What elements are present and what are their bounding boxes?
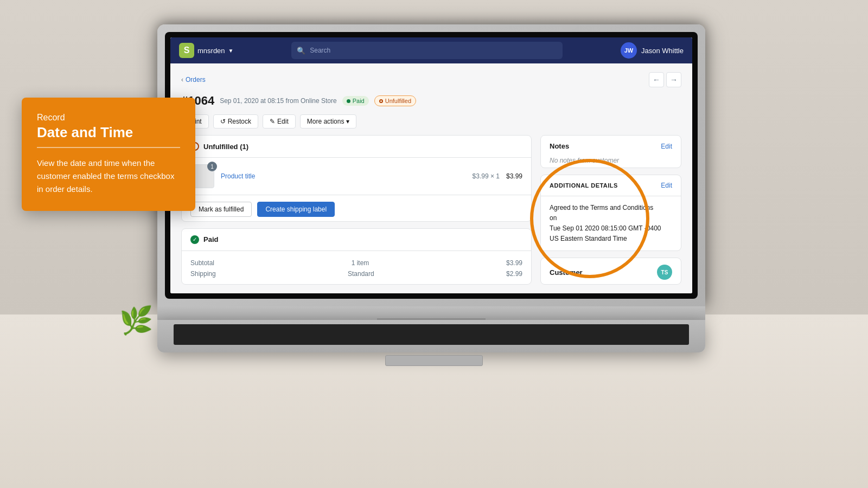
laptop-keyboard-base <box>157 320 705 352</box>
additional-details-header: ADDITIONAL DETAILS Edit <box>541 175 681 196</box>
additional-details-card: ADDITIONAL DETAILS Edit Agreed to the Te… <box>540 175 681 252</box>
trackpad <box>385 355 483 366</box>
user-avatar: JW <box>621 42 637 59</box>
product-qty-number: 1 <box>210 164 214 170</box>
callout-record-label: Record <box>37 113 180 123</box>
edit-label: Edit <box>277 118 289 125</box>
main-content: ‹ Orders ← → #1064 S <box>170 63 692 293</box>
subtotal-amount: $3.99 <box>506 259 522 267</box>
customer-avatar: TS <box>657 265 672 280</box>
order-meta: Sep 01, 2020 at 08:15 from Online Store <box>220 97 336 105</box>
additional-line2: on <box>550 213 672 223</box>
search-placeholder: Search <box>310 47 330 54</box>
next-order-arrow[interactable]: → <box>666 72 681 87</box>
fulfillment-status-text: Unfulfilled <box>385 98 411 104</box>
laptop-screen-frame: S mnsrden ▼ 🔍 Search JW Jason W <box>165 32 698 299</box>
callout-divider <box>37 147 180 148</box>
restock-button[interactable]: ↺ Restock <box>213 114 258 129</box>
callout-title: Date and Time <box>37 125 180 140</box>
customer-card-header: Customer TS <box>541 258 681 285</box>
additional-details-edit-link[interactable]: Edit <box>661 182 672 189</box>
shopify-ui: S mnsrden ▼ 🔍 Search JW Jason W <box>170 37 692 293</box>
payment-status-badge: Paid <box>342 96 369 106</box>
product-price: $3.99 × 1 <box>473 172 500 180</box>
order-navigation-arrows: ← → <box>649 72 681 87</box>
right-column: Notes Edit No notes from customer <box>540 135 681 285</box>
additional-details-body: Agreed to the Terms and Conditions on Tu… <box>541 196 681 251</box>
unfulfilled-circle <box>379 99 383 103</box>
payment-status-text: Paid <box>353 98 365 104</box>
notes-edit-link[interactable]: Edit <box>661 143 672 150</box>
paid-dot <box>347 99 350 103</box>
price-value: $3.99 <box>473 172 489 180</box>
mark-fulfilled-button[interactable]: Mark as fulfilled <box>190 202 252 217</box>
more-actions-label: More actions <box>307 118 344 125</box>
shipping-method: Standard <box>348 270 374 278</box>
order-title-row: #1064 Sep 01, 2020 at 08:15 from Online … <box>181 94 416 108</box>
fulfillment-title-text: Unfulfilled (1) <box>203 143 248 151</box>
notes-title: Notes <box>550 142 569 150</box>
notes-card-header: Notes Edit <box>541 136 681 157</box>
product-qty-badge: 1 <box>207 162 217 171</box>
restock-icon: ↺ <box>220 118 226 125</box>
store-name: mnsrden <box>197 47 225 55</box>
payment-card: ✓ Paid Subtotal 1 item $3.99 <box>181 228 532 285</box>
price-qty: 1 <box>496 172 500 180</box>
notes-content: No notes from customer <box>541 157 681 168</box>
fulfillment-card-title: Unfulfilled (1) <box>190 142 248 151</box>
product-row: 1 Product title $3.99 × 1 <box>190 164 522 188</box>
fulfillment-card-actions: Mark as fulfilled Create shipping label <box>182 195 531 222</box>
shipping-row: Shipping Standard $2.99 <box>190 268 522 279</box>
user-menu[interactable]: JW Jason Whittle <box>621 42 684 59</box>
price-multiplier: × <box>490 172 494 180</box>
additional-line3: Tue Sep 01 2020 08:15:00 GMT -0400 <box>550 223 672 234</box>
payment-card-body: Subtotal 1 item $3.99 Shipping Standard … <box>182 251 531 285</box>
notes-card: Notes Edit No notes from customer <box>540 135 681 168</box>
create-shipping-label-button[interactable]: Create shipping label <box>257 202 335 217</box>
breadcrumb[interactable]: ‹ Orders <box>181 76 206 84</box>
left-column: Unfulfilled (1) 1 <box>181 135 532 285</box>
callout-description: View the date and time when the customer… <box>37 157 180 196</box>
payment-card-header: ✓ Paid <box>182 229 531 251</box>
additional-line4: US Eastern Standard Time <box>550 234 672 244</box>
laptop: S mnsrden ▼ 🔍 Search JW Jason W <box>157 24 705 339</box>
shipping-amount: $2.99 <box>506 270 522 278</box>
prev-order-arrow[interactable]: ← <box>649 72 664 87</box>
store-logo[interactable]: S mnsrden ▼ <box>179 43 233 58</box>
user-initials: JW <box>624 47 634 54</box>
additional-line1: Agreed to the Terms and Conditions <box>550 203 672 213</box>
search-bar[interactable]: 🔍 Search <box>291 42 563 59</box>
subtotal-label: Subtotal <box>190 259 214 267</box>
plant-decoration: 🌿 <box>119 305 152 336</box>
product-title[interactable]: Product title <box>221 172 466 180</box>
product-total: $3.99 <box>506 172 522 180</box>
subtotal-row: Subtotal 1 item $3.99 <box>190 258 522 268</box>
subtotal-qty: 1 item <box>352 259 369 267</box>
shopify-logo-icon: S <box>179 43 194 58</box>
user-name: Jason Whittle <box>641 47 684 55</box>
edit-icon: ✎ <box>270 118 275 125</box>
keyboard-keys <box>174 324 689 345</box>
shipping-label: Shipping <box>190 270 216 278</box>
restock-label: Restock <box>228 118 251 125</box>
fulfillment-card: Unfulfilled (1) 1 <box>181 135 532 222</box>
fulfillment-card-body: 1 Product title $3.99 × 1 <box>182 158 531 195</box>
customer-initials: TS <box>661 269 668 275</box>
edit-button[interactable]: ✎ Edit <box>263 114 296 129</box>
orders-link[interactable]: Orders <box>186 76 206 84</box>
laptop-display: S mnsrden ▼ 🔍 Search JW Jason W <box>170 37 692 293</box>
laptop-lid: S mnsrden ▼ 🔍 Search JW Jason W <box>157 24 705 306</box>
action-toolbar: Print ↺ Restock ✎ Edit More actions <box>181 114 681 129</box>
order-header: #1064 Sep 01, 2020 at 08:15 from Online … <box>181 94 681 108</box>
two-column-layout: Unfulfilled (1) 1 <box>181 135 681 285</box>
back-arrow-icon: ‹ <box>181 76 183 84</box>
more-actions-chevron-icon: ▾ <box>346 118 349 125</box>
more-actions-button[interactable]: More actions ▾ <box>300 114 357 129</box>
additional-details-title: ADDITIONAL DETAILS <box>550 182 618 189</box>
store-dropdown-icon[interactable]: ▼ <box>228 48 234 54</box>
customer-card: Customer TS <box>540 258 681 285</box>
fulfillment-status-badge: Unfulfilled <box>374 95 416 106</box>
top-navigation: S mnsrden ▼ 🔍 Search JW Jason W <box>170 37 692 63</box>
fulfillment-card-header: Unfulfilled (1) <box>182 136 531 158</box>
paid-status-icon: ✓ <box>190 235 199 244</box>
